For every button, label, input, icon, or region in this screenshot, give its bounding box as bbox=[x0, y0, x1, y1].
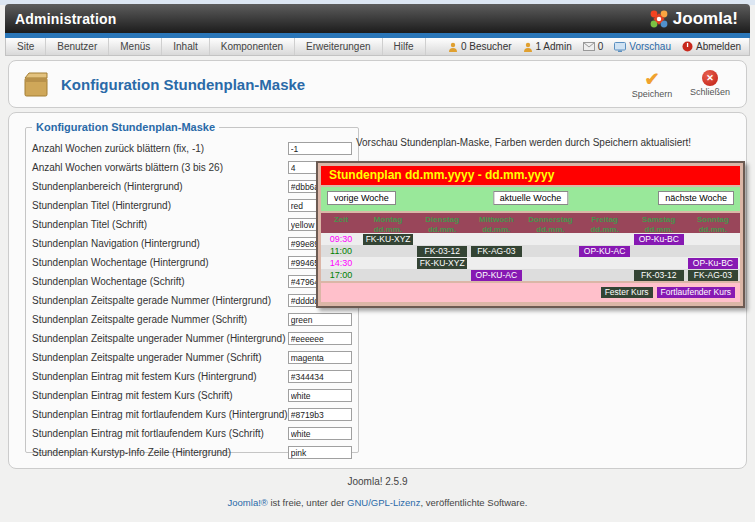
slot-cell bbox=[523, 245, 577, 257]
footer-link[interactable]: Joomla!® bbox=[228, 497, 268, 508]
slot-cell bbox=[469, 233, 523, 245]
course-entry: OP-Ku-BC bbox=[688, 258, 738, 269]
main-menu: SiteBenutzerMenüsInhaltKomponentenErweit… bbox=[6, 38, 426, 55]
form-row: Stundenplan Zeitspalte gerade Nummer (Sc… bbox=[32, 310, 352, 329]
field-input[interactable] bbox=[288, 332, 352, 345]
field-label: Anzahl Wochen zurück blättern (fix, -1) bbox=[32, 143, 204, 154]
day-header: Donnerstagdd.mm. bbox=[523, 213, 577, 233]
field-input[interactable] bbox=[288, 446, 352, 459]
slot-cell bbox=[361, 269, 415, 281]
field-label: Stundenplan Zeitspalte ungerader Nummer … bbox=[32, 333, 285, 344]
slot-cell: OP-KU-AC bbox=[578, 245, 632, 257]
main-panel: Konfiguration Stundenplan-Maske Anzahl W… bbox=[8, 112, 747, 469]
form-row: Stundenplan Navigation (Hintergrund) bbox=[32, 234, 352, 253]
slot-cell: FK-03-12 bbox=[632, 269, 686, 281]
day-header: Mittwochdd.mm. bbox=[469, 213, 523, 233]
course-entry: FK-KU-XYZ bbox=[417, 258, 467, 269]
menu-item[interactable]: Inhalt bbox=[162, 38, 209, 55]
admin-person-icon bbox=[523, 42, 533, 52]
menu-item[interactable]: Site bbox=[6, 38, 46, 55]
slot-cell: OP-Ku-BC bbox=[686, 257, 740, 269]
abmelden-label: Abmelden bbox=[696, 41, 741, 52]
page: Administration Joomla! SiteBenutzerMenüs… bbox=[0, 0, 755, 522]
slot-cell bbox=[523, 257, 577, 269]
field-input[interactable] bbox=[288, 313, 352, 326]
field-label: Stundenplan Titel (Hintergrund) bbox=[32, 200, 171, 211]
field-input[interactable] bbox=[288, 427, 352, 440]
field-label: Stundenplan Eintrag mit fortlaufendem Ku… bbox=[32, 428, 264, 439]
form-row: Stundenplan Zeitspalte gerade Nummer (Hi… bbox=[32, 291, 352, 310]
vorschau-link[interactable]: Vorschau bbox=[614, 41, 671, 52]
field-input[interactable] bbox=[288, 370, 352, 383]
course-entry: FK-AG-03 bbox=[471, 246, 521, 257]
menu-item[interactable]: Benutzer bbox=[46, 38, 109, 55]
menu-item[interactable]: Erweiterungen bbox=[295, 38, 382, 55]
monitor-icon bbox=[614, 42, 626, 52]
slot-cell: FK-03-12 bbox=[415, 245, 469, 257]
form-row: Stundenplan Zeitspalte ungerader Nummer … bbox=[32, 329, 352, 348]
slot-cell: FK-AG-03 bbox=[686, 269, 740, 281]
save-button[interactable]: ✔ Speichern bbox=[626, 70, 678, 99]
day-header: Samstagdd.mm. bbox=[632, 213, 686, 233]
time-cell: 14:30 bbox=[321, 257, 361, 269]
field-label: Stundenplan Zeitspalte gerade Nummer (Hi… bbox=[32, 295, 271, 306]
visitor-person-icon bbox=[448, 42, 458, 52]
save-label: Speichern bbox=[632, 89, 673, 99]
version-text: Joomla! 2.5.9 bbox=[0, 476, 755, 487]
slot-cell bbox=[578, 257, 632, 269]
footer-link[interactable]: GNU/GPL-Lizenz bbox=[347, 497, 420, 508]
time-cell: 09:30 bbox=[321, 233, 361, 245]
field-label: Stundenplan Wochentage (Schrift) bbox=[32, 276, 185, 287]
next-week-button[interactable]: nächste Woche bbox=[658, 191, 734, 205]
visitors-status[interactable]: 0 Besucher bbox=[448, 41, 512, 52]
field-input[interactable] bbox=[288, 389, 352, 402]
status-bar: 0 Besucher 1 Admin 0 Vorschau Abmelden bbox=[448, 38, 749, 55]
field-label: Stundenplan Titel (Schrift) bbox=[32, 219, 147, 230]
form-row: Stundenplan Kurstyp-Info Zeile (Hintergr… bbox=[32, 443, 352, 462]
course-entry: FK-KU-XYZ bbox=[363, 234, 413, 245]
license-text: Joomla!® ist freie, unter der GNU/GPL-Li… bbox=[0, 497, 755, 508]
field-input[interactable] bbox=[288, 351, 352, 364]
slot-cell bbox=[578, 233, 632, 245]
day-header: Freitagdd.mm. bbox=[578, 213, 632, 233]
slot-cell: OP-Ku-BC bbox=[632, 233, 686, 245]
toolbar: ✔ Speichern ✕ Schließen bbox=[626, 70, 746, 99]
field-input[interactable] bbox=[288, 408, 352, 421]
component-box-icon bbox=[21, 69, 51, 99]
vorschau-label: Vorschau bbox=[629, 41, 671, 52]
field-label: Stundenplan Zeitspalte ungerader Nummer … bbox=[32, 352, 262, 363]
field-label: Anzahl Wochen vorwärts blättern (3 bis 2… bbox=[32, 162, 223, 173]
close-label: Schließen bbox=[690, 87, 730, 97]
close-x-icon: ✕ bbox=[702, 70, 718, 86]
current-week-button[interactable]: aktuelle Woche bbox=[493, 191, 568, 205]
day-header: Sonntagdd.mm. bbox=[686, 213, 740, 233]
menu-item[interactable]: Hilfe bbox=[383, 38, 426, 55]
admins-status[interactable]: 1 Admin bbox=[523, 41, 572, 52]
form-rows: Anzahl Wochen zurück blättern (fix, -1)A… bbox=[32, 139, 352, 462]
footer-text: ist freie, unter der bbox=[268, 497, 347, 508]
form-row: Anzahl Wochen zurück blättern (fix, -1) bbox=[32, 139, 352, 158]
legend-badge: Fester Kurs bbox=[601, 287, 653, 298]
admin-title: Administration bbox=[5, 11, 117, 27]
slot-cell bbox=[469, 257, 523, 269]
menu-item[interactable]: Komponenten bbox=[210, 38, 295, 55]
form-row: Stundenplan Eintrag mit fortlaufendem Ku… bbox=[32, 405, 352, 424]
course-entry: FK-AG-03 bbox=[688, 270, 738, 281]
legend-badge: Fortlaufender Kurs bbox=[657, 287, 735, 298]
menu-item[interactable]: Menüs bbox=[109, 38, 162, 55]
preview-grid: ZeitMontagdd.mm.Dienstagdd.mm.Mittwochdd… bbox=[321, 213, 740, 281]
form-row: Stundenplanbereich (Hintergrund) bbox=[32, 177, 352, 196]
prev-week-button[interactable]: vorige Woche bbox=[327, 191, 396, 205]
form-row: Anzahl Wochen vorwärts blättern (3 bis 2… bbox=[32, 158, 352, 177]
page-title: Konfiguration Stundenplan-Maske bbox=[61, 76, 305, 93]
field-label: Stundenplan Zeitspalte gerade Nummer (Sc… bbox=[32, 314, 247, 325]
course-entry: OP-Ku-BC bbox=[634, 234, 684, 245]
logout-icon bbox=[682, 41, 693, 52]
abmelden-link[interactable]: Abmelden bbox=[682, 41, 741, 52]
messages-status[interactable]: 0 bbox=[583, 41, 604, 52]
joomla-logo-text: Joomla! bbox=[673, 9, 738, 29]
close-button[interactable]: ✕ Schließen bbox=[684, 70, 736, 99]
preview-note: Vorschau Stundenplan-Maske, Farben werde… bbox=[309, 137, 738, 148]
slot-cell bbox=[632, 257, 686, 269]
course-entry: OP-KU-AC bbox=[579, 246, 629, 257]
